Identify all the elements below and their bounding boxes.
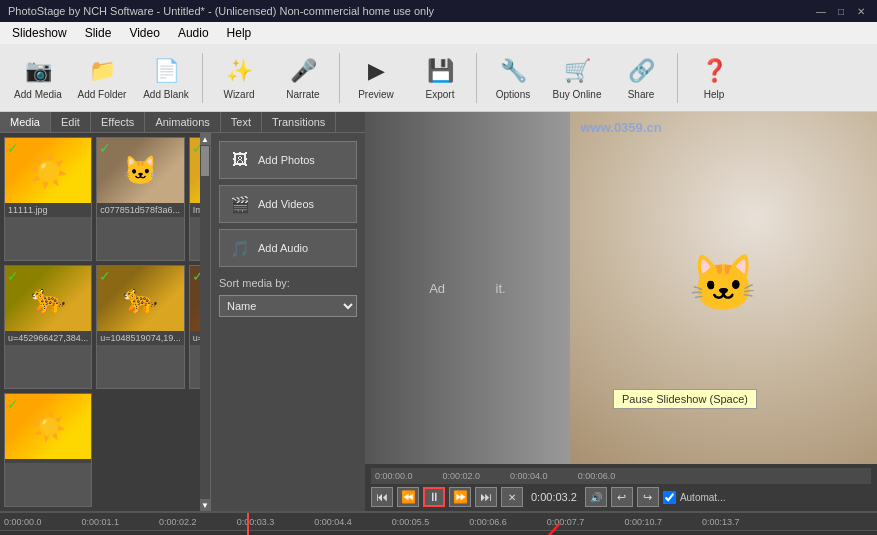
stop-button[interactable]: ✕: [501, 487, 523, 507]
photos-icon: 🖼: [228, 148, 252, 172]
add-folder-icon: 📁: [86, 55, 118, 87]
list-item[interactable]: 🦜 ✓ u=1461439715,27...: [189, 265, 200, 389]
menu-bar: Slideshow Slide Video Audio Help: [0, 22, 877, 44]
check-icon: ✓: [7, 396, 19, 412]
list-item[interactable]: 🐱 ✓ c077851d578f3a6...: [96, 137, 184, 261]
tab-text[interactable]: Text: [221, 112, 262, 132]
tl-mark-5: 0:00:05.5: [392, 517, 430, 527]
tl-mark-7: 0:00:07.7: [547, 517, 585, 527]
tab-bar: Media Edit Effects Animations Text Trans…: [0, 112, 365, 133]
buy-online-button[interactable]: 🛒 Buy Online: [547, 49, 607, 107]
menu-help[interactable]: Help: [219, 24, 260, 42]
minimize-button[interactable]: —: [813, 3, 829, 19]
scroll-up-arrow[interactable]: ▲: [200, 133, 210, 145]
time-mark-3: 0:00:06.0: [578, 471, 616, 481]
pause-button[interactable]: ⏸: [423, 487, 445, 507]
audio-icon: 🎵: [228, 236, 252, 260]
preview-button[interactable]: ▶ Preview: [346, 49, 406, 107]
app-title: PhotoStage by NCH Software - Untitled* -…: [8, 5, 434, 17]
title-bar: PhotoStage by NCH Software - Untitled* -…: [0, 0, 877, 22]
menu-video[interactable]: Video: [121, 24, 167, 42]
tab-effects[interactable]: Effects: [91, 112, 145, 132]
time-mark-1: 0:00:02.0: [443, 471, 481, 481]
wizard-icon: ✨: [223, 55, 255, 87]
tab-edit[interactable]: Edit: [51, 112, 91, 132]
list-item[interactable]: ☀️ ✓: [4, 393, 92, 507]
left-panel: Media Edit Effects Animations Text Trans…: [0, 112, 365, 511]
time-mark-2: 0:00:04.0: [510, 471, 548, 481]
tab-animations[interactable]: Animations: [145, 112, 220, 132]
sort-select[interactable]: Name Date Size: [219, 295, 357, 317]
check-icon: ✓: [99, 268, 111, 284]
maximize-button[interactable]: □: [833, 3, 849, 19]
timeline: 0:00:00.0 0:00:01.1 0:00:02.2 0:00:03.3 …: [0, 511, 877, 535]
window-controls[interactable]: — □ ✕: [813, 3, 869, 19]
time-display: 0:00:03.2: [527, 491, 581, 503]
preview-image: Ad it. 🐱: [365, 112, 877, 464]
menu-slideshow[interactable]: Slideshow: [4, 24, 75, 42]
scroll-track[interactable]: [200, 145, 210, 499]
menu-slide[interactable]: Slide: [77, 24, 120, 42]
check-icon: ✓: [7, 268, 19, 284]
check-icon: ✓: [7, 140, 19, 156]
thumb-label: u=1461439715,27...: [190, 331, 200, 345]
list-item[interactable]: 🐥 ✓ Img336680797.jpg: [189, 137, 200, 261]
scroll-down-arrow[interactable]: ▼: [200, 499, 210, 511]
list-item[interactable]: ☀️ ✓ 11111.jpg: [4, 137, 92, 261]
add-blank-button[interactable]: 📄 Add Blank: [136, 49, 196, 107]
playback-bar: ⏮ ⏪ ⏸ ⏩ ⏭ ✕ 0:00:03.2 🔊 ↩ ↪ Automat...: [371, 487, 871, 507]
add-folder-button[interactable]: 📁 Add Folder: [72, 49, 132, 107]
skip-end-button[interactable]: ⏭: [475, 487, 497, 507]
media-content: ☀️ ✓ 11111.jpg 🐱 ✓ c077851d578f3a6... 🐥 …: [0, 133, 365, 511]
sort-label: Sort media by:: [219, 277, 357, 289]
wizard-button[interactable]: ✨ Wizard: [209, 49, 269, 107]
add-audio-button[interactable]: 🎵 Add Audio: [219, 229, 357, 267]
tl-mark-3: 0:00:03.3: [237, 517, 275, 527]
check-icon: ✓: [192, 268, 200, 284]
automate-checkbox[interactable]: Automat...: [663, 491, 726, 504]
help-button[interactable]: ❓ Help: [684, 49, 744, 107]
undo-button[interactable]: ↩: [611, 487, 633, 507]
tracks: 🦜 2.0 ✕ ⚙ 🐆 ✕ ⚙ 🐥 1.1 ✕ ⚙: [0, 531, 877, 535]
step-back-button[interactable]: ⏪: [397, 487, 419, 507]
timeline-ruler: 0:00:00.0 0:00:02.0 0:00:04.0 0:00:06.0: [371, 468, 871, 484]
tab-transitions[interactable]: Transitions: [262, 112, 336, 132]
toolbar-separator-3: [476, 53, 477, 103]
add-photos-button[interactable]: 🖼 Add Photos: [219, 141, 357, 179]
scrollbar[interactable]: ▲ ▼: [200, 133, 210, 511]
toolbar-separator-4: [677, 53, 678, 103]
volume-button[interactable]: 🔊: [585, 487, 607, 507]
preview-controls: 0:00:00.0 0:00:02.0 0:00:04.0 0:00:06.0 …: [365, 464, 877, 511]
toolbar-separator-2: [339, 53, 340, 103]
menu-audio[interactable]: Audio: [170, 24, 217, 42]
redo-button[interactable]: ↪: [637, 487, 659, 507]
options-icon: 🔧: [497, 55, 529, 87]
tab-media[interactable]: Media: [0, 112, 51, 132]
add-panel: 🖼 Add Photos 🎬 Add Videos 🎵 Add Audio So…: [210, 133, 365, 511]
thumb-label: c077851d578f3a6...: [97, 203, 183, 217]
timeline-header: 0:00:00.0 0:00:01.1 0:00:02.2 0:00:03.3 …: [0, 513, 877, 531]
toolbar: 📷 Add Media 📁 Add Folder 📄 Add Blank ✨ W…: [0, 44, 877, 112]
buy-online-icon: 🛒: [561, 55, 593, 87]
tl-mark-2: 0:00:02.2: [159, 517, 197, 527]
step-forward-button[interactable]: ⏩: [449, 487, 471, 507]
check-icon: ✓: [99, 140, 111, 156]
automate-check[interactable]: [663, 491, 676, 504]
tl-mark-6: 0:00:06.6: [469, 517, 507, 527]
scroll-thumb[interactable]: [201, 146, 209, 176]
add-videos-button[interactable]: 🎬 Add Videos: [219, 185, 357, 223]
list-item[interactable]: 🐆 ✓ u=452966427,384...: [4, 265, 92, 389]
thumb-label: u=1048519074,19...: [97, 331, 183, 345]
help-icon: ❓: [698, 55, 730, 87]
export-button[interactable]: 💾 Export: [410, 49, 470, 107]
close-button[interactable]: ✕: [853, 3, 869, 19]
add-media-button[interactable]: 📷 Add Media: [8, 49, 68, 107]
share-button[interactable]: 🔗 Share: [611, 49, 671, 107]
skip-start-button[interactable]: ⏮: [371, 487, 393, 507]
options-button[interactable]: 🔧 Options: [483, 49, 543, 107]
video-track: 🦜 2.0 ✕ ⚙ 🐆 ✕ ⚙ 🐥 1.1 ✕ ⚙: [0, 531, 877, 535]
list-item[interactable]: 🐆 ✓ u=1048519074,19...: [96, 265, 184, 389]
share-icon: 🔗: [625, 55, 657, 87]
add-media-icon: 📷: [22, 55, 54, 87]
narrate-button[interactable]: 🎤 Narrate: [273, 49, 333, 107]
